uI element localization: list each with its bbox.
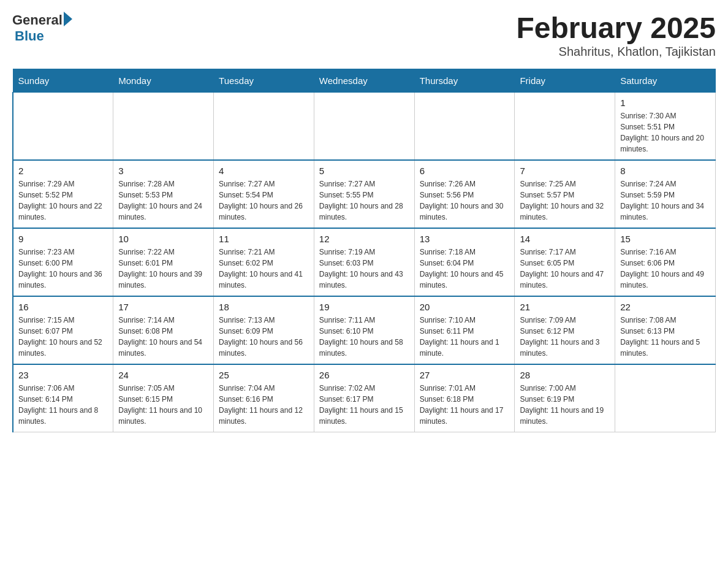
logo-arrow-icon bbox=[64, 12, 72, 26]
page-header: General Blue February 2025 Shahritus, Kh… bbox=[12, 12, 716, 59]
calendar-cell bbox=[414, 92, 515, 160]
calendar-cell: 26Sunrise: 7:02 AMSunset: 6:17 PMDayligh… bbox=[314, 364, 414, 432]
day-info: Sunrise: 7:05 AMSunset: 6:15 PMDaylight:… bbox=[118, 383, 208, 427]
day-info: Sunrise: 7:26 AMSunset: 5:56 PMDaylight:… bbox=[420, 178, 510, 223]
day-number: 22 bbox=[620, 302, 710, 312]
day-info: Sunrise: 7:06 AMSunset: 6:14 PMDaylight:… bbox=[18, 383, 108, 427]
day-number: 25 bbox=[219, 370, 309, 380]
day-number: 24 bbox=[118, 370, 208, 380]
day-number: 21 bbox=[520, 302, 610, 312]
calendar-cell: 10Sunrise: 7:22 AMSunset: 6:01 PMDayligh… bbox=[113, 228, 214, 296]
calendar-header-row: SundayMondayTuesdayWednesdayThursdayFrid… bbox=[13, 69, 716, 92]
day-info: Sunrise: 7:13 AMSunset: 6:09 PMDaylight:… bbox=[219, 315, 309, 359]
day-number: 27 bbox=[420, 370, 510, 380]
calendar-cell: 11Sunrise: 7:21 AMSunset: 6:02 PMDayligh… bbox=[214, 228, 314, 296]
calendar-cell: 20Sunrise: 7:10 AMSunset: 6:11 PMDayligh… bbox=[414, 296, 515, 364]
day-info: Sunrise: 7:16 AMSunset: 6:06 PMDaylight:… bbox=[620, 247, 710, 291]
calendar-cell: 2Sunrise: 7:29 AMSunset: 5:52 PMDaylight… bbox=[13, 160, 113, 228]
day-number: 9 bbox=[18, 234, 108, 244]
calendar-cell: 19Sunrise: 7:11 AMSunset: 6:10 PMDayligh… bbox=[314, 296, 414, 364]
day-number: 10 bbox=[118, 234, 208, 244]
calendar-cell: 8Sunrise: 7:24 AMSunset: 5:59 PMDaylight… bbox=[615, 160, 716, 228]
day-number: 18 bbox=[219, 302, 309, 312]
day-info: Sunrise: 7:00 AMSunset: 6:19 PMDaylight:… bbox=[520, 383, 610, 427]
calendar-cell: 16Sunrise: 7:15 AMSunset: 6:07 PMDayligh… bbox=[13, 296, 113, 364]
day-of-week-header: Friday bbox=[515, 69, 615, 92]
day-of-week-header: Tuesday bbox=[214, 69, 314, 92]
calendar-cell: 15Sunrise: 7:16 AMSunset: 6:06 PMDayligh… bbox=[615, 228, 716, 296]
calendar-subtitle: Shahritus, Khatlon, Tajikistan bbox=[516, 45, 716, 59]
calendar-cell bbox=[13, 92, 113, 160]
day-info: Sunrise: 7:14 AMSunset: 6:08 PMDaylight:… bbox=[118, 315, 208, 359]
day-number: 4 bbox=[219, 166, 309, 176]
day-number: 1 bbox=[620, 98, 710, 108]
calendar-cell: 28Sunrise: 7:00 AMSunset: 6:19 PMDayligh… bbox=[515, 364, 615, 432]
day-number: 7 bbox=[520, 166, 610, 176]
day-number: 13 bbox=[420, 234, 510, 244]
day-number: 11 bbox=[219, 234, 309, 244]
day-info: Sunrise: 7:24 AMSunset: 5:59 PMDaylight:… bbox=[620, 178, 710, 223]
day-number: 8 bbox=[620, 166, 710, 176]
calendar-cell: 12Sunrise: 7:19 AMSunset: 6:03 PMDayligh… bbox=[314, 228, 414, 296]
calendar-cell: 27Sunrise: 7:01 AMSunset: 6:18 PMDayligh… bbox=[414, 364, 515, 432]
day-info: Sunrise: 7:10 AMSunset: 6:11 PMDaylight:… bbox=[420, 315, 510, 359]
calendar-cell: 5Sunrise: 7:27 AMSunset: 5:55 PMDaylight… bbox=[314, 160, 414, 228]
calendar-cell bbox=[113, 92, 214, 160]
day-of-week-header: Thursday bbox=[414, 69, 515, 92]
title-block: February 2025 Shahritus, Khatlon, Tajiki… bbox=[516, 12, 716, 59]
calendar-title: February 2025 bbox=[516, 12, 716, 45]
calendar-cell: 6Sunrise: 7:26 AMSunset: 5:56 PMDaylight… bbox=[414, 160, 515, 228]
day-info: Sunrise: 7:29 AMSunset: 5:52 PMDaylight:… bbox=[18, 178, 108, 223]
calendar-cell: 14Sunrise: 7:17 AMSunset: 6:05 PMDayligh… bbox=[515, 228, 615, 296]
day-number: 14 bbox=[520, 234, 610, 244]
day-number: 2 bbox=[18, 166, 108, 176]
day-of-week-header: Monday bbox=[113, 69, 214, 92]
calendar-cell: 22Sunrise: 7:08 AMSunset: 6:13 PMDayligh… bbox=[615, 296, 716, 364]
week-row: 9Sunrise: 7:23 AMSunset: 6:00 PMDaylight… bbox=[13, 228, 716, 296]
day-info: Sunrise: 7:01 AMSunset: 6:18 PMDaylight:… bbox=[420, 383, 510, 427]
day-info: Sunrise: 7:25 AMSunset: 5:57 PMDaylight:… bbox=[520, 178, 610, 223]
day-number: 28 bbox=[520, 370, 610, 380]
day-number: 3 bbox=[118, 166, 208, 176]
day-number: 26 bbox=[319, 370, 409, 380]
day-number: 17 bbox=[118, 302, 208, 312]
day-info: Sunrise: 7:15 AMSunset: 6:07 PMDaylight:… bbox=[18, 315, 108, 359]
day-info: Sunrise: 7:27 AMSunset: 5:55 PMDaylight:… bbox=[319, 178, 409, 223]
calendar-cell: 25Sunrise: 7:04 AMSunset: 6:16 PMDayligh… bbox=[214, 364, 314, 432]
day-of-week-header: Wednesday bbox=[314, 69, 414, 92]
day-info: Sunrise: 7:02 AMSunset: 6:17 PMDaylight:… bbox=[319, 383, 409, 427]
calendar-cell: 1Sunrise: 7:30 AMSunset: 5:51 PMDaylight… bbox=[615, 92, 716, 160]
day-info: Sunrise: 7:09 AMSunset: 6:12 PMDaylight:… bbox=[520, 315, 610, 359]
day-of-week-header: Saturday bbox=[615, 69, 716, 92]
day-number: 12 bbox=[319, 234, 409, 244]
week-row: 23Sunrise: 7:06 AMSunset: 6:14 PMDayligh… bbox=[13, 364, 716, 432]
day-of-week-header: Sunday bbox=[13, 69, 113, 92]
day-info: Sunrise: 7:21 AMSunset: 6:02 PMDaylight:… bbox=[219, 247, 309, 291]
day-number: 23 bbox=[18, 370, 108, 380]
day-number: 5 bbox=[319, 166, 409, 176]
calendar-cell: 18Sunrise: 7:13 AMSunset: 6:09 PMDayligh… bbox=[214, 296, 314, 364]
day-info: Sunrise: 7:11 AMSunset: 6:10 PMDaylight:… bbox=[319, 315, 409, 359]
calendar-cell bbox=[515, 92, 615, 160]
calendar-cell bbox=[314, 92, 414, 160]
calendar-cell: 9Sunrise: 7:23 AMSunset: 6:00 PMDaylight… bbox=[13, 228, 113, 296]
calendar-cell bbox=[214, 92, 314, 160]
day-info: Sunrise: 7:17 AMSunset: 6:05 PMDaylight:… bbox=[520, 247, 610, 291]
day-number: 16 bbox=[18, 302, 108, 312]
logo-general-text: General bbox=[12, 12, 63, 28]
calendar-table: SundayMondayTuesdayWednesdayThursdayFrid… bbox=[12, 69, 716, 432]
calendar-cell: 21Sunrise: 7:09 AMSunset: 6:12 PMDayligh… bbox=[515, 296, 615, 364]
calendar-cell: 13Sunrise: 7:18 AMSunset: 6:04 PMDayligh… bbox=[414, 228, 515, 296]
logo: General Blue bbox=[12, 12, 72, 44]
week-row: 1Sunrise: 7:30 AMSunset: 5:51 PMDaylight… bbox=[13, 92, 716, 160]
day-number: 20 bbox=[420, 302, 510, 312]
day-info: Sunrise: 7:22 AMSunset: 6:01 PMDaylight:… bbox=[118, 247, 208, 291]
day-info: Sunrise: 7:28 AMSunset: 5:53 PMDaylight:… bbox=[118, 178, 208, 223]
calendar-cell: 4Sunrise: 7:27 AMSunset: 5:54 PMDaylight… bbox=[214, 160, 314, 228]
calendar-cell: 23Sunrise: 7:06 AMSunset: 6:14 PMDayligh… bbox=[13, 364, 113, 432]
calendar-cell bbox=[615, 364, 716, 432]
calendar-cell: 17Sunrise: 7:14 AMSunset: 6:08 PMDayligh… bbox=[113, 296, 214, 364]
day-info: Sunrise: 7:19 AMSunset: 6:03 PMDaylight:… bbox=[319, 247, 409, 291]
week-row: 16Sunrise: 7:15 AMSunset: 6:07 PMDayligh… bbox=[13, 296, 716, 364]
calendar-cell: 3Sunrise: 7:28 AMSunset: 5:53 PMDaylight… bbox=[113, 160, 214, 228]
